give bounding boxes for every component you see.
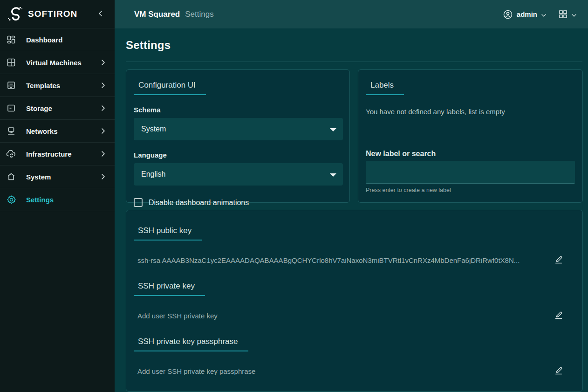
schema-select-value: System: [141, 125, 166, 133]
pencil-edit-icon: [554, 260, 564, 267]
disable-animations-label: Disable dashboard animations: [149, 199, 249, 207]
ssh-public-key-value: ssh-rsa AAAAB3NzaC1yc2EAAAADAQABAAABgQCH…: [137, 256, 520, 264]
language-select-value: English: [141, 170, 165, 179]
new-label-input[interactable]: [366, 161, 575, 184]
chevron-right-icon: [100, 82, 106, 89]
system-icon: [6, 172, 16, 182]
sidebar-item-virtual-machines[interactable]: Virtual Machines: [0, 51, 115, 74]
chevron-down-icon: [541, 12, 547, 17]
sidebar-item-networks[interactable]: Networks: [0, 120, 115, 143]
caret-down-icon: [330, 128, 336, 131]
labels-empty-message: You have not defined any labels, list is…: [366, 108, 575, 116]
user-menu[interactable]: admin: [503, 9, 547, 20]
pencil-edit-icon: [554, 371, 564, 378]
sidebar-item-templates[interactable]: Templates: [0, 74, 115, 97]
sidebar-item-label: System: [26, 173, 100, 181]
sidebar-item-label: Dashboard: [26, 36, 106, 44]
pencil-edit-icon: [554, 316, 564, 323]
sidebar-item-system[interactable]: System: [0, 165, 115, 188]
new-label-input-label: New label or search: [366, 150, 575, 158]
sidebar-item-label: Infrastructure: [26, 150, 100, 158]
user-avatar-icon: [503, 9, 513, 20]
chevron-down-icon: [571, 12, 577, 17]
apps-menu[interactable]: [559, 10, 577, 19]
chevron-right-icon: [100, 173, 106, 180]
sidebar-collapse-button[interactable]: [95, 8, 106, 20]
breadcrumb-page: Settings: [185, 10, 213, 19]
chevron-right-icon: [100, 128, 106, 134]
settings-gear-icon: [6, 194, 16, 205]
sidebar-item-storage[interactable]: Storage: [0, 97, 115, 120]
infrastructure-icon: [6, 149, 16, 159]
schema-label: Schema: [134, 106, 342, 114]
chevron-left-icon: [97, 10, 104, 18]
sidebar-item-dashboard[interactable]: Dashboard: [0, 28, 115, 51]
caret-down-icon: [330, 173, 336, 177]
ssh-passphrase-placeholder: Add user SSH private key passphrase: [137, 367, 255, 375]
storage-icon: [6, 103, 16, 113]
templates-icon: [6, 80, 16, 90]
sidebar-item-label: Settings: [26, 196, 106, 204]
sidebar-item-label: Templates: [26, 82, 100, 89]
sidebar-item-infrastructure[interactable]: Infrastructure: [0, 143, 115, 165]
ssh-private-key-title: SSH private key: [134, 279, 205, 296]
page-title: Settings: [126, 39, 582, 52]
app-title: VM Squared: [134, 10, 180, 19]
logo-bar: SOFTIRON: [0, 0, 115, 28]
new-label-hint: Press enter to create a new label: [366, 187, 575, 193]
chevron-right-icon: [100, 59, 106, 66]
top-header-bar: VM Squared Settings admin: [115, 0, 588, 28]
sidebar-item-label: Networks: [26, 127, 100, 135]
disable-animations-checkbox[interactable]: [134, 198, 143, 207]
virtual-machines-icon: [6, 57, 16, 68]
schema-select[interactable]: System: [134, 118, 343, 140]
chevron-right-icon: [100, 105, 106, 111]
edit-ssh-public-key-button[interactable]: [554, 254, 564, 266]
ssh-keys-card: SSH public key ssh-rsa AAAAB3NzaC1yc2EAA…: [126, 210, 583, 392]
edit-ssh-private-key-button[interactable]: [554, 310, 564, 321]
apps-grid-icon: [559, 10, 567, 19]
labels-title: Labels: [366, 77, 404, 95]
sidebar-nav: Dashboard Virtual Machines Templates: [0, 28, 115, 211]
chevron-right-icon: [100, 151, 106, 157]
ssh-private-key-placeholder: Add user SSH private key: [137, 312, 218, 320]
language-label: Language: [134, 151, 342, 159]
ssh-public-key-title: SSH public key: [134, 223, 202, 241]
language-select[interactable]: English: [134, 163, 343, 186]
configuration-ui-card: Configuration UI Schema System Language …: [126, 69, 350, 203]
content-area: Settings Configuration UI Schema System …: [115, 28, 588, 392]
edit-ssh-passphrase-button[interactable]: [554, 365, 564, 377]
dashboard-icon: [6, 34, 16, 45]
brand-name: SOFTIRON: [28, 9, 95, 19]
ssh-passphrase-title: SSH private key passphrase: [134, 334, 248, 351]
labels-card: Labels You have not defined any labels, …: [358, 69, 583, 203]
sidebar-item-label: Storage: [26, 104, 100, 112]
softiron-logo-icon: [7, 5, 24, 23]
sidebar: SOFTIRON Dashboard Virtual Machines: [0, 0, 115, 392]
sidebar-item-settings[interactable]: Settings: [0, 188, 115, 211]
user-name: admin: [517, 10, 537, 18]
page-divider: [126, 62, 582, 62]
sidebar-item-label: Virtual Machines: [26, 59, 100, 67]
main-column: VM Squared Settings admin: [115, 0, 588, 392]
configuration-ui-title: Configuration UI: [134, 77, 206, 95]
networks-icon: [6, 126, 16, 136]
